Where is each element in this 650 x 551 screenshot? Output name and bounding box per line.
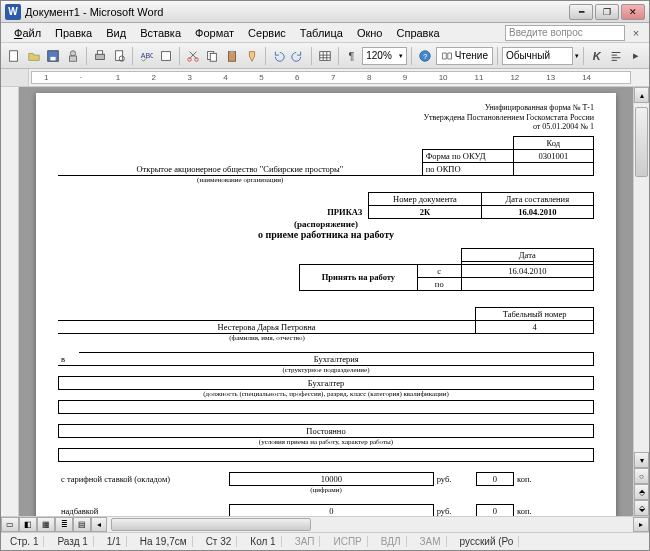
menu-view[interactable]: Вид [99,25,133,41]
status-pos: На 19,7см [135,536,193,547]
reading-mode-button[interactable]: Чтение [436,47,493,65]
org-note: (наименование организации) [58,176,422,184]
menu-tools[interactable]: Сервис [241,25,293,41]
svg-rect-10 [162,51,171,60]
scroll-right-button[interactable]: ▸ [633,517,649,532]
view-print-button[interactable]: ▦ [37,517,55,532]
save-button[interactable] [45,46,63,66]
document-page[interactable]: Унифицированная форма № Т-1 Утверждена П… [36,93,616,516]
show-marks-button[interactable]: ¶ [343,46,361,66]
close-button[interactable]: ✕ [621,4,645,20]
svg-rect-16 [230,50,234,53]
open-button[interactable] [25,46,43,66]
scrollbar-vertical[interactable]: ▴ ▾ ○ ⬘ ⬙ [633,87,649,516]
svg-text:?: ? [423,52,427,59]
zoom-combo[interactable]: 120%▾ [362,47,407,65]
bold-button[interactable]: K [588,46,606,66]
salary-table: с тарифной ставкой (окладом) 10000 руб. … [58,472,594,486]
dept-table: вБухгалтерия [58,352,594,366]
cut-button[interactable] [184,46,202,66]
style-combo[interactable]: Обычный [502,47,573,65]
svg-rect-14 [211,53,217,61]
scroll-thumb-v[interactable] [635,107,648,177]
status-page: Стр. 1 [5,536,44,547]
ruler-vertical[interactable] [1,87,19,516]
svg-rect-2 [51,56,56,60]
view-normal-button[interactable]: ▭ [1,517,19,532]
word-icon: W [5,4,21,20]
menu-insert[interactable]: Вставка [133,25,188,41]
help-button[interactable]: ? [416,46,434,66]
view-outline-button[interactable]: ≣ [55,517,73,532]
status-rev: ИСПР [328,536,367,547]
browse-object-button[interactable]: ○ [634,468,649,484]
docnum-table: Номер документаДата составления ПРИКАЗ2К… [272,192,594,219]
status-rec: ЗАП [290,536,321,547]
new-doc-button[interactable] [5,46,23,66]
paste-button[interactable] [223,46,241,66]
status-ovr: ЗАМ [415,536,447,547]
bonus-table: надбавкой 0 руб. 0 коп. [58,504,594,516]
cond-table: Постоянно [58,424,594,438]
preview-button[interactable] [111,46,129,66]
prev-page-button[interactable]: ⬘ [634,484,649,500]
view-web-button[interactable]: ◧ [19,517,37,532]
status-pages: 1/1 [102,536,127,547]
undo-button[interactable] [270,46,288,66]
menu-help[interactable]: Справка [389,25,446,41]
help-search-input[interactable]: Введите вопрос [505,25,625,41]
doc-close-button[interactable]: × [629,27,643,39]
svg-rect-4 [70,56,77,61]
svg-text:ABC: ABC [141,51,153,58]
maximize-button[interactable]: ❐ [595,4,619,20]
menubar: Файл Правка Вид Вставка Формат Сервис Та… [1,23,649,43]
spellcheck-button[interactable]: ABC [137,46,155,66]
next-page-button[interactable]: ⬙ [634,500,649,516]
period-table: Дата [299,248,594,265]
menu-file[interactable]: Файл [7,25,48,41]
table-button[interactable] [316,46,334,66]
svg-rect-0 [10,50,18,61]
titlebar[interactable]: W Документ1 - Microsoft Word ━ ❐ ✕ [1,1,649,23]
svg-point-3 [71,50,76,55]
copy-button[interactable] [203,46,221,66]
svg-rect-17 [320,51,331,60]
scroll-up-button[interactable]: ▴ [634,87,649,103]
pos-table: Бухгалтер [58,376,594,390]
page-scroll[interactable]: Унифицированная форма № Т-1 Утверждена П… [19,87,633,516]
svg-rect-6 [97,50,102,54]
statusbar: Стр. 1 Разд 1 1/1 На 19,7см Ст 32 Кол 1 … [1,532,649,550]
permissions-button[interactable] [64,46,82,66]
code-table: Код Форма по ОКУД0301001 Открытое акцион… [58,136,594,176]
scroll-thumb-h[interactable] [111,518,311,531]
window-title: Документ1 - Microsoft Word [25,6,569,18]
scroll-left-button[interactable]: ◂ [91,517,107,532]
status-lang[interactable]: русский (Ро [455,536,520,547]
align-button[interactable] [608,46,626,66]
menu-edit[interactable]: Правка [48,25,99,41]
menu-table[interactable]: Таблица [293,25,350,41]
menu-window[interactable]: Окно [350,25,390,41]
minimize-button[interactable]: ━ [569,4,593,20]
print-button[interactable] [91,46,109,66]
ruler-horizontal[interactable]: 1·12 3456 78910 11121314 [1,69,649,87]
form-header: Унифицированная форма № Т-1 Утверждена П… [58,103,594,132]
view-reading-button[interactable]: ▤ [73,517,91,532]
workarea: Унифицированная форма № Т-1 Утверждена П… [1,87,649,516]
status-line: Ст 32 [201,536,238,547]
toolbar: ABC ¶ 120%▾ ? Чтение Обычный ▾ K ▸ [1,43,649,69]
title2: (распоряжение) [58,219,594,229]
scroll-down-button[interactable]: ▾ [634,452,649,468]
menu-format[interactable]: Формат [188,25,241,41]
fio-table: Табельный номер Нестерова Дарья Петровна… [58,307,594,334]
status-col: Кол 1 [245,536,281,547]
research-button[interactable] [157,46,175,66]
title3: о приеме работника на работу [58,229,594,240]
more-button[interactable]: ▸ [627,46,645,66]
redo-button[interactable] [289,46,307,66]
app-window: W Документ1 - Microsoft Word ━ ❐ ✕ Файл … [0,0,650,551]
scrollbar-horizontal[interactable]: ▭ ◧ ▦ ≣ ▤ ◂ ▸ [1,516,649,532]
status-section: Разд 1 [52,536,93,547]
format-painter-button[interactable] [243,46,261,66]
svg-rect-5 [95,54,104,59]
